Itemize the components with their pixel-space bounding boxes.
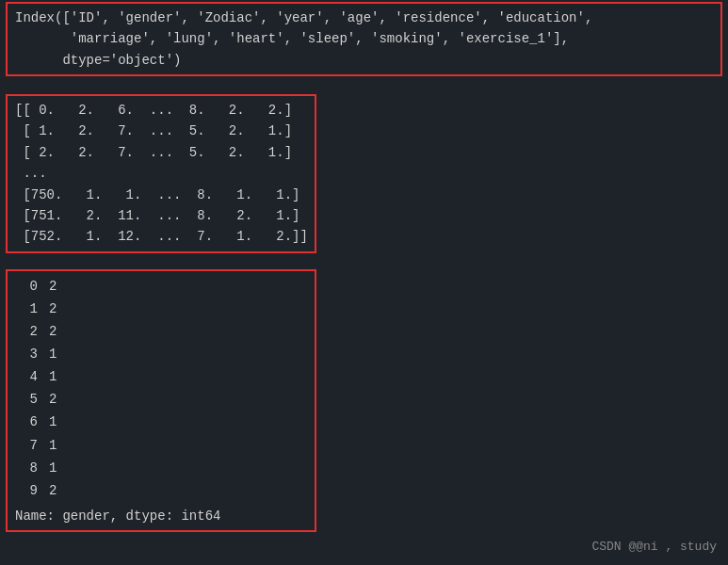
watermark: CSDN @@ni , study bbox=[591, 540, 717, 554]
series-name-line: Name: gender, dtype: int64 bbox=[15, 506, 307, 526]
series-value: 2 bbox=[49, 320, 57, 343]
series-value: 2 bbox=[49, 298, 57, 320]
series-value: 1 bbox=[49, 343, 57, 365]
matrix-line: [750. 1. 1. ... 8. 1. 1.] bbox=[15, 185, 307, 205]
index-line: Index(['ID', 'gender', 'Zodiac', 'year',… bbox=[15, 8, 713, 28]
series-value: 2 bbox=[49, 275, 57, 298]
series-index: 7 bbox=[15, 434, 38, 457]
series-row: 92 bbox=[15, 479, 307, 502]
series-value: 1 bbox=[49, 434, 57, 457]
series-index: 1 bbox=[15, 298, 38, 320]
series-index: 0 bbox=[15, 275, 38, 298]
series-row: 52 bbox=[15, 388, 307, 411]
series-box: 02122231415261718192Name: gender, dtype:… bbox=[6, 269, 316, 532]
series-row: 31 bbox=[15, 343, 307, 365]
series-index: 5 bbox=[15, 388, 38, 411]
series-index: 4 bbox=[15, 365, 38, 388]
matrix-box: [[ 0. 2. 6. ... 8. 2. 2.] [ 1. 2. 7. ...… bbox=[6, 94, 316, 253]
series-row: 61 bbox=[15, 411, 307, 433]
matrix-line: ... bbox=[15, 163, 307, 184]
series-row: 02 bbox=[15, 275, 307, 298]
series-index: 6 bbox=[15, 411, 38, 433]
series-value: 2 bbox=[49, 388, 57, 411]
index-box: Index(['ID', 'gender', 'Zodiac', 'year',… bbox=[6, 2, 722, 76]
series-value: 2 bbox=[49, 479, 57, 502]
main-container: Index(['ID', 'gender', 'Zodiac', 'year',… bbox=[0, 0, 728, 565]
series-index: 3 bbox=[15, 343, 38, 365]
series-row: 22 bbox=[15, 320, 307, 343]
series-index: 2 bbox=[15, 320, 38, 343]
matrix-line: [ 2. 2. 7. ... 5. 2. 1.] bbox=[15, 142, 307, 163]
series-index: 8 bbox=[15, 457, 38, 479]
matrix-line: [751. 2. 11. ... 8. 2. 1.] bbox=[15, 205, 307, 226]
matrix-line: [[ 0. 2. 6. ... 8. 2. 2.] bbox=[15, 100, 307, 121]
index-line: 'marriage', 'lung', 'heart', 'sleep', 's… bbox=[15, 28, 713, 49]
series-index: 9 bbox=[15, 479, 38, 502]
matrix-line: [752. 1. 12. ... 7. 1. 2.]] bbox=[15, 226, 307, 247]
series-row: 41 bbox=[15, 365, 307, 388]
series-row: 81 bbox=[15, 457, 307, 479]
series-value: 1 bbox=[49, 411, 57, 433]
matrix-line: [ 1. 2. 7. ... 5. 2. 1.] bbox=[15, 121, 307, 141]
series-row: 12 bbox=[15, 298, 307, 320]
series-value: 1 bbox=[49, 365, 57, 388]
series-value: 1 bbox=[49, 457, 57, 479]
series-row: 71 bbox=[15, 434, 307, 457]
index-line: dtype='object') bbox=[15, 50, 713, 71]
